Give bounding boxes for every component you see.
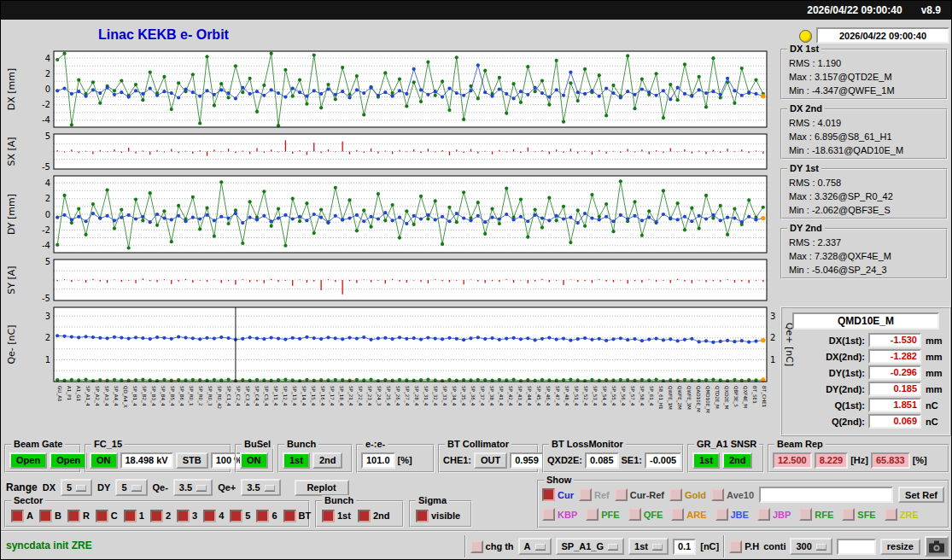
resize-button[interactable]: resize	[880, 539, 920, 555]
show-checkbox-zre[interactable]: ZRE	[885, 508, 919, 521]
checkbox-icon[interactable]	[230, 510, 242, 522]
sector-checkbox-1[interactable]: 1	[124, 510, 144, 522]
checkbox-icon[interactable]	[628, 508, 641, 521]
checkbox-icon[interactable]	[579, 488, 592, 501]
show-checkbox-jbe[interactable]: JBE	[715, 508, 749, 521]
gr-a1-1st-button[interactable]: 1st	[692, 452, 720, 469]
checkbox-icon[interactable]	[67, 510, 80, 522]
ref-file-input[interactable]	[759, 487, 893, 503]
beam-gate-open-button-1[interactable]: Open	[9, 452, 47, 469]
che1-out-button[interactable]: OUT	[474, 452, 507, 469]
bunch-filter-group: Bunch 1st2nd	[315, 500, 404, 528]
checkbox-icon[interactable]	[416, 510, 429, 522]
bunch-dropdown[interactable]: 1st	[628, 538, 669, 555]
sector-checkbox-r[interactable]: R	[67, 510, 90, 522]
readout-rows: DX(1st):-1.530mmDX(2nd):-1.282mmDY(1st):…	[782, 332, 949, 429]
snapshot-camera-button[interactable]	[925, 536, 949, 557]
sector-checkbox-bt[interactable]: BT	[283, 510, 312, 522]
ph-checkbox[interactable]: P.H	[729, 540, 759, 553]
sigma-title: Sigma	[416, 495, 449, 505]
fc15-stb-button[interactable]: STB	[176, 452, 208, 469]
fc15-on-button[interactable]: ON	[90, 452, 118, 469]
checkbox-icon[interactable]	[283, 510, 296, 522]
busel-on-button[interactable]: ON	[240, 452, 268, 469]
bunch2-checkbox-2nd[interactable]: 2nd	[358, 510, 390, 522]
show-checkbox-qfe[interactable]: QFE	[628, 508, 663, 521]
show-checkbox-rfe[interactable]: RFE	[799, 508, 833, 521]
checkbox-icon[interactable]	[799, 508, 812, 521]
range-qep-dropdown[interactable]: 3.5	[241, 479, 280, 496]
checkbox-icon[interactable]	[177, 510, 190, 522]
checkbox-label: BT	[299, 510, 312, 521]
checkbox-label: KBP	[558, 510, 577, 520]
show-checkbox-cur-ref[interactable]: Cur-Ref	[615, 488, 664, 501]
checkbox-icon[interactable]	[757, 508, 770, 521]
show-checkbox-jbp[interactable]: JBP	[757, 508, 791, 521]
device-dropdown[interactable]: SP_A1_G	[556, 538, 625, 555]
checkbox-icon[interactable]	[586, 508, 599, 521]
se1-value: -0.005	[645, 452, 681, 469]
checkbox-icon[interactable]	[671, 508, 684, 521]
sector-checkbox-3[interactable]: 3	[177, 510, 197, 522]
chg-th-checkbox[interactable]: chg th	[470, 540, 514, 553]
checkbox-label: 1	[139, 510, 144, 521]
checkbox-icon[interactable]	[11, 510, 24, 522]
checkbox-icon[interactable]	[711, 488, 724, 501]
bunch-1st-button[interactable]: 1st	[283, 452, 310, 469]
bunch2-checkbox-1st[interactable]: 1st	[322, 510, 351, 522]
show-checkbox-cur[interactable]: Cur	[542, 488, 574, 501]
show-checkbox-ref[interactable]: Ref	[579, 488, 610, 501]
show-checkbox-are[interactable]: ARE	[671, 508, 706, 521]
sector-checkbox-4[interactable]: 4	[203, 510, 224, 522]
orbit-charts[interactable]: 420-2-4DX [mm]5-5SX [A]420-2-4DY [mm]5-5…	[1, 47, 795, 441]
checkbox-icon[interactable]	[542, 508, 555, 521]
sector-checkbox-5[interactable]: 5	[230, 510, 250, 522]
sector-a-dropdown[interactable]: A	[518, 538, 552, 555]
checkbox-icon[interactable]	[124, 510, 137, 522]
svg-text:SP_C1_4: SP_C1_4	[225, 386, 231, 406]
show-checkbox-kbp[interactable]: KBP	[542, 508, 577, 521]
gr-a1-2nd-button[interactable]: 2nd	[722, 452, 753, 469]
checkbox-icon[interactable]	[615, 488, 628, 501]
checkbox-icon[interactable]	[885, 508, 897, 521]
checkbox-icon[interactable]	[150, 510, 163, 522]
checkbox-icon[interactable]	[96, 510, 108, 522]
spare-input[interactable]	[837, 539, 876, 555]
sector-checkbox-2[interactable]: 2	[150, 510, 171, 522]
bt-collimator-title: BT Collimator	[445, 439, 511, 449]
range-dx-dropdown[interactable]: 5	[61, 479, 92, 496]
bunch-2nd-button[interactable]: 2nd	[312, 452, 343, 469]
readout-panel: QMD10E_M DX(1st):-1.530mmDX(2nd):-1.282m…	[780, 306, 951, 436]
status-bar: syncdata init ZRE chg th A SP_A1_G 1st 0…	[1, 530, 951, 559]
show-checkbox-ave10[interactable]: Ave10	[711, 488, 754, 501]
checkbox-icon[interactable]	[542, 488, 555, 501]
replot-button[interactable]: Replot	[295, 480, 349, 496]
checkbox-icon[interactable]	[669, 488, 682, 501]
range-qem-dropdown[interactable]: 3.5	[173, 479, 213, 496]
range-dy-dropdown[interactable]: 5	[115, 479, 147, 496]
svg-text:-4: -4	[42, 115, 50, 125]
checkbox-icon[interactable]	[729, 540, 742, 553]
sigma-checkbox-visible[interactable]: visible	[416, 510, 460, 522]
che1-value: 0.959	[510, 452, 544, 469]
set-ref-button[interactable]: Set Ref	[898, 487, 944, 503]
interval-dropdown[interactable]: 300	[790, 538, 832, 555]
checkbox-icon[interactable]	[322, 510, 335, 522]
sector-checkbox-a[interactable]: A	[11, 510, 33, 522]
sector-checkbox-c[interactable]: C	[96, 510, 118, 522]
checkbox-icon[interactable]	[842, 508, 855, 521]
sector-checkbox-6[interactable]: 6	[256, 510, 277, 522]
checkbox-icon[interactable]	[203, 510, 216, 522]
checkbox-icon[interactable]	[470, 540, 483, 553]
show-checkbox-pfe[interactable]: PFE	[586, 508, 619, 521]
show-checkbox-sfe[interactable]: SFE	[842, 508, 875, 521]
sector-checkbox-b[interactable]: B	[39, 510, 61, 522]
timestamp-display: 2026/04/22 09:00:40	[816, 27, 949, 44]
checkbox-icon[interactable]	[256, 510, 269, 522]
checkbox-icon[interactable]	[358, 510, 371, 522]
separator	[723, 535, 725, 557]
checkbox-icon[interactable]	[39, 510, 52, 522]
checkbox-icon[interactable]	[715, 508, 728, 521]
beam-gate-open-button-2[interactable]: Open	[50, 452, 87, 469]
show-checkbox-gold[interactable]: Gold	[669, 488, 706, 501]
